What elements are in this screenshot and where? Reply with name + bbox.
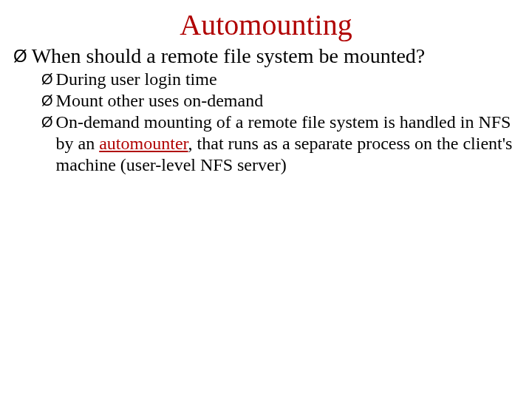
bullet-marker: Ø [41,69,53,90]
sub-bullet-item: Ø On-demand mounting of a remote file sy… [41,112,526,176]
slide-title: Automounting [0,0,532,44]
bullet-marker: Ø [41,90,53,112]
sub-bullet-item: Ø During user login time [41,69,526,90]
sub-bullet-text: On-demand mounting of a remote file syst… [56,112,526,176]
sub-bullet-text: Mount other uses on-demand [56,90,264,112]
main-bullet: Ø When should a remote file system be mo… [0,44,532,69]
sub-bullet-text: During user login time [56,69,217,90]
main-bullet-text: When should a remote file system be moun… [32,44,426,69]
bullet-marker: Ø [41,112,53,133]
sub-bullet-item: Ø Mount other uses on-demand [41,90,526,112]
highlighted-term: automounter [99,134,188,153]
bullet-marker: Ø [13,44,27,69]
slide: Automounting Ø When should a remote file… [0,0,532,399]
sub-bullet-list: Ø During user login time Ø Mount other u… [0,69,532,176]
